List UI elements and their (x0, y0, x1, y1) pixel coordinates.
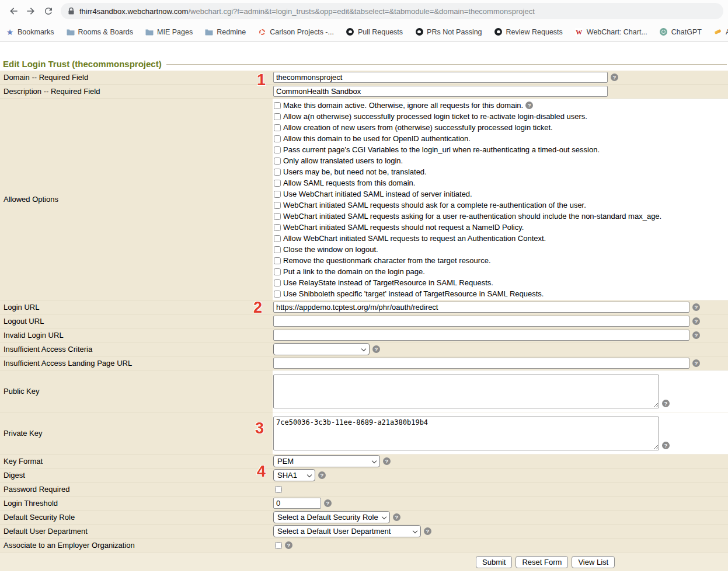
option-checkbox[interactable] (274, 291, 281, 298)
field-label-description: Description -- Required Field (0, 85, 273, 99)
chevron-down-icon (413, 529, 417, 533)
address-bar[interactable]: fhirr4sandbox.webchartnow.com/webchart.c… (61, 3, 723, 19)
login-threshold-input[interactable] (273, 498, 321, 509)
field-label-logout-url: Logout URL (0, 314, 273, 328)
bookmark-webchart-chart[interactable]: WebChart: Chart... (575, 28, 647, 36)
field-label-key-format: Key Format (0, 454, 273, 468)
default-security-role-select[interactable]: Select a Default Security Role (273, 511, 390, 523)
option-checkbox[interactable] (274, 169, 281, 176)
bookmark-pull-requests[interactable]: Pull Requests (346, 28, 403, 36)
option-checkbox[interactable] (274, 124, 281, 131)
option-checkbox[interactable] (274, 158, 281, 165)
help-icon[interactable] (692, 331, 700, 339)
help-icon[interactable] (525, 102, 533, 109)
option-checkbox[interactable] (274, 202, 281, 209)
help-icon[interactable] (662, 400, 670, 407)
option-checkbox[interactable] (274, 268, 281, 275)
password-required-checkbox[interactable] (275, 486, 282, 493)
github-icon (415, 28, 423, 36)
field-label-password-required: Password Required (0, 482, 273, 496)
help-icon[interactable] (318, 471, 326, 479)
yellow-icon (714, 28, 722, 36)
title-row: Edit Login Trust (thecommonsproject) (0, 42, 728, 71)
login-url-input[interactable] (273, 302, 689, 313)
help-icon[interactable] (692, 303, 700, 311)
bookmark-carlson-projects[interactable]: Carlson Projects -... (258, 28, 334, 36)
carlson-projects-icon (258, 28, 266, 36)
github-icon (346, 28, 354, 36)
option-checkbox[interactable] (274, 102, 281, 109)
field-label-default-user-department: Default User Department (0, 524, 273, 538)
form-row-private-key: Private Key 7ce50036-3c3b-11ee-8689-a21a… (0, 412, 728, 454)
form-row-login-threshold: Login Threshold (0, 496, 728, 510)
field-label-allowed-options: Allowed Options (0, 99, 273, 300)
view-list-button[interactable]: View List (572, 556, 615, 568)
description-input[interactable] (273, 86, 608, 97)
reload-button[interactable] (40, 2, 57, 20)
option-checkbox[interactable] (274, 191, 281, 198)
help-icon[interactable] (692, 317, 700, 325)
domain-input[interactable] (273, 72, 608, 83)
help-icon[interactable] (372, 345, 380, 353)
help-icon[interactable] (662, 442, 670, 449)
reset-form-button[interactable]: Reset Form (515, 556, 568, 568)
annotation-2: 2 (253, 300, 262, 316)
forward-arrow-icon (25, 5, 37, 17)
help-icon[interactable] (424, 527, 431, 535)
public-key-textarea[interactable] (273, 375, 659, 408)
insufficient-access-criteria-select[interactable] (273, 343, 370, 355)
bookmark-bookmarks[interactable]: ★Bookmarks (6, 28, 54, 36)
bookmarks-bar: ★Bookmarks Rooms & Boards MIE Pages Redm… (0, 22, 728, 42)
form-row-default-security-role: Default Security Role Select a Default S… (0, 510, 728, 524)
bookmark-mie-pages[interactable]: MIE Pages (145, 28, 193, 36)
form-row-domain: Domain -- Required Field (0, 71, 728, 85)
form-row-default-user-department: Default User Department Select a Default… (0, 524, 728, 538)
option-checkbox[interactable] (274, 257, 281, 264)
default-user-department-select[interactable]: Select a Default User Department (273, 525, 421, 537)
url-domain: fhirr4sandbox.webchartnow.com (79, 7, 188, 16)
help-icon[interactable] (611, 74, 618, 81)
field-label-invalid-login-url: Invalid Login URL (0, 328, 273, 342)
form-row-logout-url: Logout URL (0, 314, 728, 328)
logout-url-input[interactable] (273, 316, 689, 327)
digest-select[interactable]: SHA1 (273, 469, 315, 481)
private-key-textarea[interactable]: 7ce50036-3c3b-11ee-8689-a21a380b19b4 (273, 417, 659, 450)
option-checkbox[interactable] (274, 224, 281, 231)
associate-employer-checkbox[interactable] (275, 542, 282, 549)
option-checkbox[interactable] (274, 113, 281, 120)
folder-icon (67, 28, 75, 36)
option-checkbox[interactable] (274, 246, 281, 253)
page-title: Edit Login Trust (thecommonsproject) (3, 59, 162, 69)
help-icon[interactable] (393, 513, 400, 521)
option-checkbox[interactable] (274, 135, 281, 142)
bookmark-chatgpt[interactable]: ChatGPT (660, 28, 702, 36)
field-label-public-key: Public Key (0, 370, 273, 412)
form-row-insufficient-access-criteria: Insufficient Access Criteria (0, 342, 728, 356)
bookmark-redmine[interactable]: Redmine (205, 28, 246, 36)
back-button[interactable] (5, 2, 22, 20)
form-row-digest: Digest SHA1 (0, 468, 728, 482)
field-label-login-threshold: Login Threshold (0, 496, 273, 510)
forward-button[interactable] (22, 2, 40, 20)
help-icon[interactable] (324, 499, 332, 507)
help-icon[interactable] (692, 359, 700, 367)
bookmark-review-requests[interactable]: Review Requests (494, 28, 563, 36)
option-checkbox[interactable] (274, 235, 281, 242)
bookmark-rooms-boards[interactable]: Rooms & Boards (67, 28, 133, 36)
option-checkbox[interactable] (274, 279, 281, 286)
bookmark-prs-not-passing[interactable]: PRs Not Passing (415, 28, 482, 36)
submit-button[interactable]: Submit (476, 556, 512, 568)
insufficient-access-landing-page-url-input[interactable] (273, 358, 689, 369)
help-icon[interactable] (285, 541, 292, 549)
bookmark-acc[interactable]: Acc... (714, 28, 728, 36)
chevron-down-icon (307, 473, 312, 477)
field-label-digest: Digest (0, 468, 273, 482)
browser-chrome: fhirr4sandbox.webchartnow.com/webchart.c… (0, 0, 728, 42)
option-checkbox[interactable] (274, 146, 281, 153)
key-format-select[interactable]: PEM (273, 455, 380, 467)
option-checkbox[interactable] (274, 180, 281, 187)
help-icon[interactable] (383, 457, 391, 465)
page-content: Edit Login Trust (thecommonsproject) Dom… (0, 42, 728, 571)
option-checkbox[interactable] (274, 213, 281, 220)
invalid-login-url-input[interactable] (273, 330, 689, 341)
